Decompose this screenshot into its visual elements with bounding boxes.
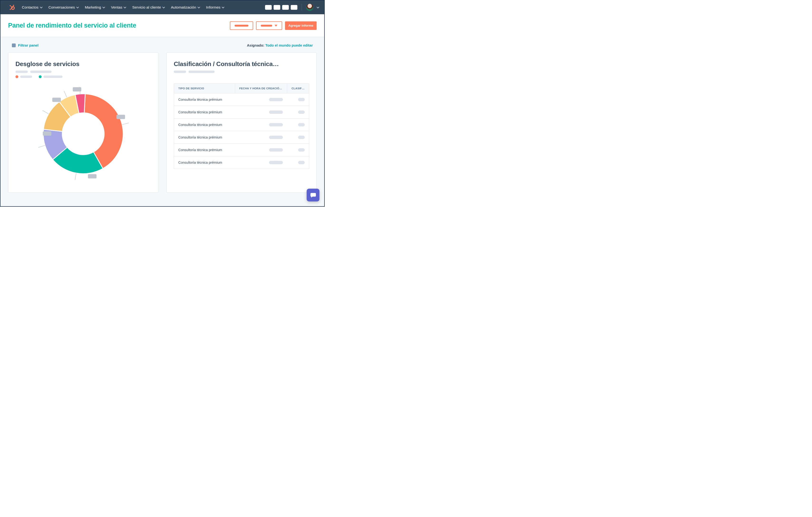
skeleton [269,98,283,101]
outline-split-button[interactable] [256,21,282,30]
td-class [287,157,309,169]
td-created [235,106,287,118]
skeleton [188,70,215,73]
skeleton-row [174,70,309,73]
title-bar-actions: Agregar informe [230,21,317,30]
chevron-down-icon [103,6,105,8]
top-action-3[interactable] [282,5,289,10]
outline-button-1[interactable] [230,21,253,30]
dashboard-surface: Filtrar panel Asignado: Todo el mundo pu… [0,37,324,206]
td-class [287,94,309,105]
td-service: Consultoría técnica prémium [174,131,235,144]
td-class [287,119,309,131]
nav-label: Informes [206,5,220,9]
table-row[interactable]: Consultoría técnica prémium [174,144,309,156]
skeleton [298,111,305,114]
table-row[interactable]: Consultoría técnica prémium [174,93,309,106]
filter-label: Filtrar panel [18,43,38,47]
skeleton [30,70,52,73]
skeleton [269,148,283,152]
skeleton-row [16,70,151,73]
skeleton [269,123,283,126]
add-report-button[interactable]: Agregar informe [285,21,317,30]
td-created [235,131,287,143]
placeholder-line [235,25,249,27]
legend-item[interactable] [39,75,62,78]
table-row[interactable]: Consultoría técnica prémium [174,156,309,169]
filter-icon [12,43,16,47]
chart-callout [73,87,81,91]
top-action-2[interactable] [273,5,280,10]
td-service: Consultoría técnica prémium [174,119,235,131]
chat-icon [310,192,316,198]
legend-item[interactable] [16,75,32,78]
skeleton [16,70,28,73]
assigned-info[interactable]: Asignado: Todo el mundo puede editar [247,43,313,47]
chart-legend [16,75,151,78]
chevron-down-icon[interactable] [317,6,319,8]
svg-line-10 [42,111,49,114]
caret-down-icon [274,25,278,27]
td-created [235,144,287,156]
table-head: TIPO DE SERVICIO FECHA Y HORA DE CREACIÓ… [174,84,309,93]
nav-label: Conversaciones [49,5,75,9]
th-service-type[interactable]: TIPO DE SERVICIO [174,84,235,93]
chat-widget-button[interactable] [307,189,319,202]
chevron-down-icon [198,6,200,8]
td-class [287,144,309,156]
top-action-1[interactable] [265,5,272,10]
td-service: Consultoría técnica prémium [174,144,235,156]
td-created [235,157,287,169]
nav-conversaciones[interactable]: Conversaciones [49,5,78,9]
svg-line-8 [75,173,76,180]
nav-marketing[interactable]: Marketing [85,5,104,9]
table-row[interactable]: Consultoría técnica prémium [174,119,309,131]
chevron-down-icon [76,6,79,8]
nav-label: Marketing [85,5,101,9]
data-table: TIPO DE SERVICIO FECHA Y HORA DE CREACIÓ… [174,83,309,169]
legend-dot-icon [16,75,18,78]
card-row: Desglose de servicios [8,53,317,193]
td-created [235,119,287,131]
nav-servicio[interactable]: Servicio al cliente [132,5,164,9]
td-created [235,94,287,105]
donut-chart [33,84,133,184]
td-class [287,106,309,118]
td-service: Consultoría técnica prémium [174,106,235,118]
user-avatar[interactable] [306,4,313,11]
hubspot-logo-icon[interactable] [8,4,15,11]
table-row[interactable]: Consultoría técnica prémium [174,106,309,119]
assigned-value: Todo el mundo puede editar [265,43,313,47]
chevron-down-icon [162,6,165,8]
chart-callout [52,98,61,102]
nav-label: Servicio al cliente [132,5,161,9]
th-classification[interactable]: CLASIFI… [287,84,309,93]
nav-contactos[interactable]: Contactos [22,5,42,9]
card-title: Clasificación / Consultoría técnica… [174,60,309,68]
chart-callout [43,131,51,136]
th-created-at[interactable]: FECHA Y HORA DE CREACIÓ… [235,84,287,93]
nav-items: Contactos Conversaciones Marketing Venta… [22,5,224,9]
skeleton [269,136,283,139]
page-title: Panel de rendimiento del servicio al cli… [8,22,136,29]
placeholder-line [261,25,272,27]
skeleton [298,98,305,101]
nav-automatizacion[interactable]: Automatización [171,5,199,9]
nav-informes[interactable]: Informes [206,5,224,9]
nav-label: Automatización [171,5,196,9]
top-action-4[interactable] [291,5,297,10]
card-classification: Clasificación / Consultoría técnica… TIP… [166,53,317,193]
td-class [287,131,309,143]
skeleton [44,75,62,78]
assigned-key: Asignado: [247,43,264,47]
skeleton [269,111,283,114]
card-services-breakdown: Desglose de servicios [8,53,158,193]
chart-callout [88,174,96,178]
filter-panel-button[interactable]: Filtrar panel [12,43,38,47]
nav-ventas[interactable]: Ventas [111,5,125,9]
table-row[interactable]: Consultoría técnica prémium [174,131,309,144]
skeleton [298,123,305,126]
chevron-down-icon [222,6,224,8]
svg-line-7 [122,123,129,124]
skeleton [269,161,283,164]
